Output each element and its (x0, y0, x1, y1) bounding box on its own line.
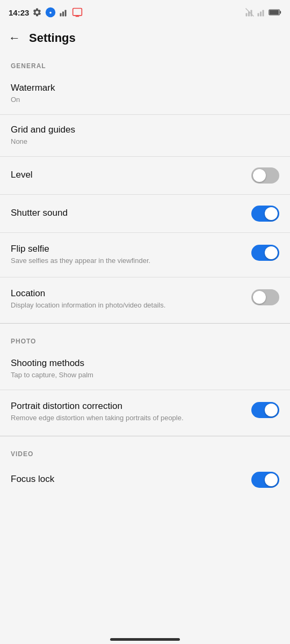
svg-text:●: ● (49, 10, 52, 15)
no-signal-icon (245, 8, 255, 17)
grid-title: Grid and guides (11, 125, 273, 135)
status-icons-right (245, 8, 281, 17)
setting-text-shutter: Shutter sound (11, 208, 251, 219)
setting-text-flip: Flip selfie Save selfies as they appear … (11, 244, 251, 266)
divider-2 (0, 156, 290, 157)
focus-lock-toggle[interactable] (251, 472, 279, 488)
portrait-distortion-subtitle: Remove edge distortion when taking portr… (11, 413, 245, 423)
setting-item-shooting-methods[interactable]: Shooting methods Tap to capture, Show pa… (0, 350, 290, 387)
setting-text-level: Level (11, 170, 251, 181)
setting-item-shutter-sound[interactable]: Shutter sound (0, 197, 290, 230)
divider-6 (0, 390, 290, 390)
watermark-title: Watermark (11, 83, 273, 93)
setting-text-grid: Grid and guides None (11, 125, 279, 147)
setting-text-focus-lock: Focus lock (11, 474, 251, 486)
shooting-methods-subtitle: Tap to capture, Show palm (11, 370, 273, 380)
location-subtitle: Display location information in photo/vi… (11, 301, 245, 310)
setting-text-shooting: Shooting methods Tap to capture, Show pa… (11, 358, 279, 380)
portrait-distortion-title: Portrait distortion correction (11, 401, 245, 412)
setting-text-location: Location Display location information in… (11, 288, 251, 310)
grid-subtitle: None (11, 137, 273, 147)
section-label-video: VIDEO (0, 441, 290, 463)
bottom-bar (0, 633, 290, 644)
flip-selfie-title: Flip selfie (11, 244, 245, 254)
svg-rect-15 (280, 11, 281, 14)
page-title: Settings (29, 31, 76, 45)
section-label-photo: PHOTO (0, 328, 290, 350)
signal-icon (59, 8, 69, 17)
watermark-subtitle: On (11, 95, 273, 105)
shutter-title: Shutter sound (11, 208, 245, 218)
flip-selfie-toggle[interactable] (251, 245, 279, 261)
shutter-sound-toggle[interactable] (251, 206, 279, 222)
location-toggle-thumb (253, 291, 266, 304)
wifi-icon: ● (45, 7, 56, 18)
setting-text-portrait: Portrait distortion correction Remove ed… (11, 401, 251, 423)
flip-selfie-subtitle: Save selfies as they appear in the viewf… (11, 256, 245, 266)
location-toggle[interactable] (251, 289, 279, 305)
status-time: 14:23 (9, 8, 29, 17)
svg-rect-11 (258, 13, 259, 17)
setting-item-flip-selfie[interactable]: Flip selfie Save selfies as they appear … (0, 235, 290, 274)
focus-lock-toggle-track (251, 472, 279, 488)
setting-item-watermark[interactable]: Watermark On (0, 75, 290, 112)
svg-rect-3 (62, 12, 64, 17)
location-title: Location (11, 288, 245, 299)
level-toggle[interactable] (251, 167, 279, 184)
svg-rect-12 (260, 12, 262, 17)
flip-selfie-toggle-thumb (265, 246, 278, 259)
level-toggle-thumb (253, 169, 266, 182)
svg-rect-8 (246, 13, 248, 17)
no-signal-icon2 (257, 8, 266, 17)
section-label-general: GENERAL (0, 53, 290, 75)
divider-5 (0, 277, 290, 277)
status-icons-left: 14:23 ● (9, 7, 83, 18)
svg-rect-4 (65, 10, 67, 17)
flip-selfie-toggle-track (251, 245, 279, 261)
svg-rect-16 (270, 10, 279, 14)
back-button[interactable]: ← (9, 32, 20, 44)
setting-item-level[interactable]: Level (0, 159, 290, 192)
divider-4 (0, 232, 290, 233)
setting-item-grid-guides[interactable]: Grid and guides None (0, 117, 290, 154)
bottom-spacer (0, 496, 290, 539)
setting-item-focus-lock[interactable]: Focus lock (0, 463, 290, 496)
svg-rect-9 (248, 12, 250, 17)
shutter-toggle-track (251, 206, 279, 222)
shooting-methods-title: Shooting methods (11, 358, 273, 369)
portrait-toggle-thumb (265, 404, 278, 416)
svg-rect-5 (73, 9, 82, 16)
screenshot-icon (72, 7, 83, 18)
section-general: GENERAL Watermark On Grid and guides Non… (0, 53, 290, 319)
location-toggle-track (251, 289, 279, 305)
header: ← Settings (0, 24, 290, 53)
svg-rect-2 (60, 13, 62, 17)
gear-icon (32, 8, 42, 17)
divider-1 (0, 114, 290, 115)
focus-lock-toggle-thumb (265, 473, 278, 486)
shutter-toggle-thumb (265, 207, 278, 220)
section-photo: PHOTO Shooting methods Tap to capture, S… (0, 328, 290, 431)
section-divider-video (0, 436, 290, 436)
setting-item-portrait-distortion[interactable]: Portrait distortion correction Remove ed… (0, 392, 290, 431)
divider-3 (0, 194, 290, 195)
level-toggle-track (251, 167, 279, 184)
section-divider-photo (0, 323, 290, 324)
section-video: VIDEO Focus lock (0, 441, 290, 496)
setting-text-watermark: Watermark On (11, 83, 279, 105)
focus-lock-title: Focus lock (11, 474, 245, 485)
svg-rect-13 (263, 10, 264, 17)
portrait-distortion-toggle[interactable] (251, 402, 279, 418)
portrait-toggle-track (251, 402, 279, 418)
svg-rect-10 (251, 10, 252, 17)
status-bar: 14:23 ● (0, 0, 290, 24)
home-indicator (110, 638, 180, 641)
setting-item-location[interactable]: Location Display location information in… (0, 280, 290, 319)
level-title: Level (11, 170, 245, 180)
battery-icon (269, 8, 281, 17)
